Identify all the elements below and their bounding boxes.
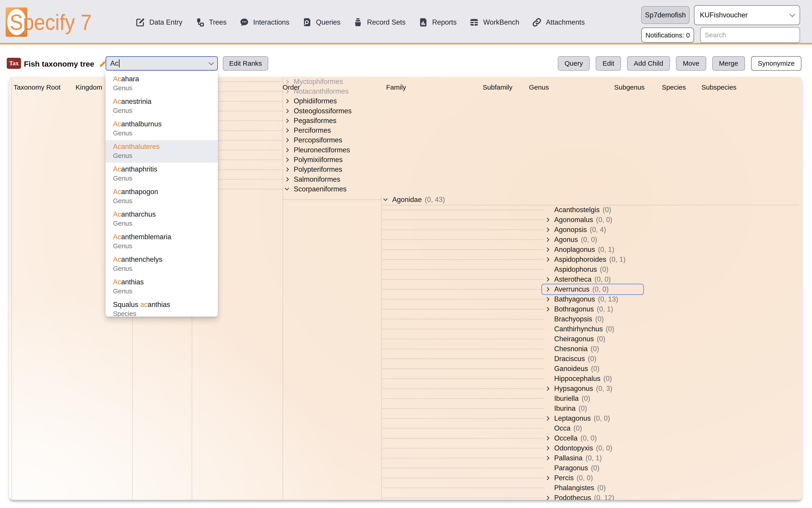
autocomplete-item-acanthaphritis[interactable]: AcanthaphritisGenus	[105, 163, 218, 185]
chevron-collapsed-icon[interactable]	[544, 475, 551, 481]
chevron-collapsed-icon[interactable]	[284, 98, 290, 104]
nav-item-reports[interactable]: Reports	[418, 17, 457, 27]
chevron-collapsed-icon[interactable]	[544, 445, 551, 452]
chevron-collapsed-icon[interactable]	[284, 166, 290, 173]
chevron-collapsed-icon[interactable]	[284, 147, 290, 154]
autocomplete-item-acanthias[interactable]: AcanthiasGenus	[105, 276, 218, 298]
tree-node-pegasiformes[interactable]: Pegasiformes	[284, 116, 352, 125]
chevron-collapsed-icon[interactable]	[544, 296, 551, 303]
chevron-collapsed-icon[interactable]	[544, 435, 551, 442]
chevron-collapsed-icon[interactable]	[544, 226, 551, 233]
tree-node-ganoideus[interactable]: Ganoideus(0)	[544, 364, 626, 374]
tree-node-chesnonia[interactable]: Chesnonia(0)	[544, 344, 626, 354]
autocomplete-item-acanthaluteres[interactable]: AcanthaluteresGenus	[105, 140, 218, 163]
move-button[interactable]: Move	[676, 56, 706, 71]
nav-item-trees[interactable]: Trees	[195, 17, 226, 27]
tree-node-perciformes[interactable]: Perciformes	[284, 125, 352, 135]
tree-node-scorpaeniformes[interactable]: Scorpaeniformes	[284, 184, 352, 194]
chevron-expanded-icon[interactable]	[382, 196, 389, 203]
tree-node-asterotheca[interactable]: Asterotheca(0, 0)	[544, 274, 626, 284]
chevron-collapsed-icon[interactable]	[284, 156, 290, 163]
specify-logo[interactable]: Specify 7	[6, 7, 114, 38]
tree-node-polypteriformes[interactable]: Polypteriformes	[284, 165, 352, 174]
chevron-collapsed-icon[interactable]	[544, 216, 551, 223]
nav-item-attachments[interactable]: Attachments	[532, 17, 585, 27]
chevron-collapsed-icon[interactable]	[284, 117, 290, 124]
autocomplete-item-acanthemblemaria[interactable]: AcanthemblemariaGenus	[105, 230, 218, 253]
tree-node-bothragonus[interactable]: Bothragonus(0, 1)	[544, 304, 626, 314]
autocomplete-item-acanthalburnus[interactable]: AcanthalburnusGenus	[105, 118, 218, 140]
chevron-collapsed-icon[interactable]	[544, 276, 551, 283]
tree-node-aspidophorus[interactable]: Aspidophorus(0)	[544, 264, 626, 274]
nav-item-workbench[interactable]: WorkBench	[469, 17, 519, 27]
tree-node-acanthostelgis[interactable]: Acanthostelgis(0)	[544, 205, 626, 215]
autocomplete-item-acantharchus[interactable]: AcantharchusGenus	[105, 208, 218, 230]
tree-node-ophidiiformes[interactable]: Ophidiiformes	[284, 96, 352, 106]
express-search-input[interactable]	[700, 27, 800, 43]
chevron-collapsed-icon[interactable]	[544, 495, 551, 500]
chevron-collapsed-icon[interactable]	[544, 415, 551, 422]
tree-node-brachyopsis[interactable]: Brachyopsis(0)	[544, 314, 626, 324]
tree-node-odontopyxis[interactable]: Odontopyxis(0, 0)	[544, 443, 626, 453]
synonymize-button[interactable]: Synonymize	[751, 56, 801, 71]
tree-node-phalangistes[interactable]: Phalangistes(0)	[544, 483, 626, 493]
user-button[interactable]: Sp7demofish	[641, 6, 689, 24]
tree-node-percis[interactable]: Percis(0, 0)	[544, 473, 626, 483]
nav-item-record-sets[interactable]: Record Sets	[353, 17, 406, 27]
tree-node-podothecus[interactable]: Podothecus(0, 12)	[544, 493, 626, 500]
chevron-collapsed-icon[interactable]	[544, 286, 551, 293]
taxon-search-combobox[interactable]: Ac	[105, 56, 218, 71]
tree-node-percopsiformes[interactable]: Percopsiformes	[284, 135, 352, 145]
query-button[interactable]: Query	[558, 56, 590, 71]
chevron-collapsed-icon[interactable]	[544, 385, 551, 392]
tree-node-salmoniformes[interactable]: Salmoniformes	[284, 174, 352, 184]
nav-item-interactions[interactable]: Interactions	[239, 17, 289, 27]
tree-node-agonidae[interactable]: Agonidae (0, 43)	[382, 195, 445, 205]
add-child-button[interactable]: Add Child	[627, 56, 670, 71]
chevron-collapsed-icon[interactable]	[544, 236, 551, 243]
tree-node-bathyagonus[interactable]: Bathyagonus(0, 13)	[544, 294, 626, 304]
chevron-collapsed-icon[interactable]	[284, 137, 290, 143]
autocomplete-item-acanthapogon[interactable]: AcanthapogonGenus	[105, 185, 218, 208]
tree-node-occella[interactable]: Occella(0, 0)	[544, 433, 626, 443]
chevron-collapsed-icon[interactable]	[544, 306, 551, 312]
tree-node-leptagonus[interactable]: Leptagonus(0, 0)	[544, 414, 626, 423]
chevron-collapsed-icon[interactable]	[284, 108, 290, 115]
tree-node-agonomalus[interactable]: Agonomalus(0, 0)	[544, 215, 626, 225]
chevron-collapsed-icon[interactable]	[544, 246, 551, 253]
tree-node-canthirhynchus[interactable]: Canthirhynchus(0)	[544, 324, 626, 334]
tree-node-draciscus[interactable]: Draciscus(0)	[544, 354, 626, 364]
tree-node-pallasina[interactable]: Pallasina(0, 1)	[544, 453, 626, 463]
tree-node-cheiragonus[interactable]: Cheiragonus(0)	[544, 334, 626, 344]
chevron-collapsed-icon[interactable]	[284, 127, 290, 134]
tree-node-hippocephalus[interactable]: Hippocephalus(0)	[544, 374, 626, 384]
nav-item-queries[interactable]: Queries	[302, 17, 341, 27]
autocomplete-item-acanthenchelys[interactable]: AcanthenchelysGenus	[105, 253, 218, 276]
tree-node-agonopsis[interactable]: Agonopsis(0, 4)	[544, 225, 626, 235]
collection-select[interactable]: KUFishvoucher	[694, 5, 800, 25]
tree-node-polymixiiformes[interactable]: Polymixiiformes	[284, 155, 352, 165]
tree-node-agonus[interactable]: Agonus(0, 0)	[544, 235, 626, 245]
tree-node-anoplagonus[interactable]: Anoplagonus(0, 1)	[544, 245, 626, 255]
notifications-button[interactable]: Notifications: 0	[641, 28, 694, 43]
chevron-expanded-icon[interactable]	[284, 186, 290, 193]
edit-ranks-button[interactable]: Edit Ranks	[223, 56, 268, 71]
merge-button[interactable]: Merge	[712, 56, 745, 71]
nav-item-data-entry[interactable]: Data Entry	[135, 17, 182, 27]
tree-node-iburiella[interactable]: Iburiella(0)	[544, 393, 626, 404]
tree-node-occa[interactable]: Occa(0)	[544, 423, 626, 433]
tree-node-iburina[interactable]: Iburina(0)	[544, 404, 626, 414]
chevron-collapsed-icon[interactable]	[544, 455, 551, 462]
tree-node-aspidophoroides[interactable]: Aspidophoroides(0, 1)	[544, 255, 626, 264]
tree-node-hypsagonus[interactable]: Hypsagonus(0, 3)	[544, 384, 626, 393]
tree-node-averruncus[interactable]: Averruncus(0, 0)	[544, 284, 626, 294]
autocomplete-item-squalus-acanthias[interactable]: Squalus acanthiasSpecies	[105, 298, 218, 316]
autocomplete-item-acahara[interactable]: AcaharaGenus	[105, 73, 218, 95]
autocomplete-item-acanestrinia[interactable]: AcanestriniaGenus	[105, 95, 218, 118]
tree-node-paragonus[interactable]: Paragonus(0)	[544, 463, 626, 473]
tree-node-osteoglossiformes[interactable]: Osteoglossiformes	[284, 106, 352, 116]
chevron-collapsed-icon[interactable]	[284, 176, 290, 183]
edit-button[interactable]: Edit	[596, 56, 621, 71]
tree-node-pleuronectiformes[interactable]: Pleuronectiformes	[284, 145, 352, 155]
chevron-collapsed-icon[interactable]	[544, 256, 551, 263]
